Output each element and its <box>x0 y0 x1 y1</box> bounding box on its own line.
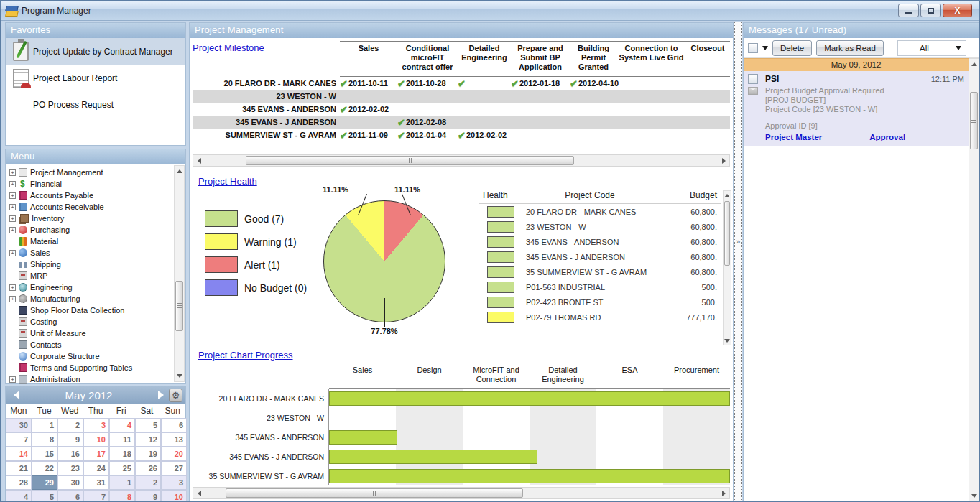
expand-plus-icon[interactable]: + <box>9 169 16 176</box>
calendar-day[interactable]: 23 <box>57 461 83 475</box>
expand-plus-icon[interactable]: + <box>9 227 16 233</box>
calendar-day[interactable]: 3 <box>161 475 187 490</box>
scroll-track[interactable] <box>205 155 718 166</box>
favorites-item[interactable]: PO Process Request <box>6 91 185 118</box>
project-health-link[interactable]: Project Health <box>198 176 257 187</box>
scroll-thumb[interactable] <box>970 92 978 149</box>
calendar-settings-gear-icon[interactable]: ⚙ <box>169 389 182 402</box>
scroll-left-arrow[interactable] <box>193 488 205 498</box>
calendar-day[interactable]: 14 <box>6 447 32 461</box>
calendar-day[interactable]: 26 <box>135 461 161 475</box>
calendar-day[interactable]: 11 <box>109 432 135 447</box>
calendar-day[interactable]: 22 <box>32 461 57 475</box>
calendar-day[interactable]: 6 <box>161 418 187 432</box>
menu-scrollbar[interactable] <box>174 165 185 382</box>
expand-plus-icon[interactable]: + <box>9 204 16 210</box>
panel-splitter[interactable]: » <box>734 22 742 502</box>
menu-item[interactable]: Unit of Measure <box>9 327 174 339</box>
close-button[interactable]: X <box>943 4 972 17</box>
menu-item[interactable]: +Manufacturing <box>9 293 174 305</box>
menu-item[interactable]: +Inventory <box>9 213 174 224</box>
calendar-day[interactable]: 10 <box>83 432 109 447</box>
calendar-day[interactable]: 4 <box>6 490 32 502</box>
expand-plus-icon[interactable]: + <box>9 284 16 291</box>
scroll-up-arrow[interactable] <box>724 191 731 200</box>
scroll-thumb[interactable] <box>226 488 523 498</box>
calendar-day[interactable]: 3 <box>83 418 109 432</box>
scroll-left-arrow[interactable] <box>193 155 205 166</box>
delete-button[interactable]: Delete <box>772 40 812 56</box>
calendar-day[interactable]: 20 <box>161 447 187 461</box>
scroll-down-arrow[interactable] <box>724 336 731 345</box>
calendar-day[interactable]: 17 <box>83 447 109 461</box>
scroll-right-arrow[interactable] <box>718 155 729 166</box>
calendar-day[interactable]: 1 <box>109 475 135 490</box>
approval-link[interactable]: Approval <box>869 133 905 141</box>
menu-item[interactable]: +Accounts Receivable <box>9 201 174 213</box>
menu-item[interactable]: Terms and Supporting Tables <box>9 362 174 373</box>
expand-plus-icon[interactable]: + <box>9 296 16 302</box>
menu-item[interactable]: +Project Management <box>9 167 174 178</box>
calendar-day[interactable]: 18 <box>109 447 135 461</box>
expand-plus-icon[interactable]: + <box>9 250 16 256</box>
expand-plus-icon[interactable]: + <box>9 181 16 187</box>
calendar-day[interactable]: 9 <box>57 432 83 447</box>
calendar-day[interactable]: 2 <box>135 475 161 490</box>
mark-as-read-button[interactable]: Mark as Read <box>816 40 884 56</box>
scroll-thumb[interactable] <box>175 281 183 331</box>
message-checkbox[interactable] <box>748 74 758 84</box>
menu-item[interactable]: +Engineering <box>9 282 174 293</box>
scroll-track[interactable] <box>205 488 718 498</box>
calendar-day[interactable]: 2 <box>57 418 83 432</box>
calendar-day[interactable]: 21 <box>6 461 32 475</box>
calendar-day[interactable]: 30 <box>6 418 32 432</box>
calendar-day[interactable]: 5 <box>32 490 57 502</box>
select-all-checkbox[interactable] <box>748 43 758 53</box>
calendar-day[interactable]: 27 <box>161 461 187 475</box>
filter-dropdown[interactable]: All <box>897 40 966 56</box>
expand-plus-icon[interactable]: + <box>9 192 16 199</box>
menu-item[interactable]: +Purchasing <box>9 224 174 236</box>
calendar-day[interactable]: 8 <box>109 490 135 502</box>
scroll-right-arrow[interactable] <box>718 488 729 498</box>
scroll-thumb[interactable] <box>724 201 730 266</box>
menu-item[interactable]: Shipping <box>9 259 174 270</box>
calendar-day[interactable]: 7 <box>6 432 32 447</box>
calendar-day[interactable]: 7 <box>83 490 109 502</box>
menu-item[interactable]: Contacts <box>9 339 174 350</box>
calendar-day[interactable]: 31 <box>83 475 109 490</box>
calendar-day[interactable]: 9 <box>135 490 161 502</box>
calendar-day[interactable]: 10 <box>161 490 187 502</box>
favorites-item[interactable]: Project Update by Contract Manager <box>6 38 185 65</box>
scroll-down-arrow[interactable] <box>969 491 979 501</box>
menu-item[interactable]: +Financial <box>9 178 174 190</box>
calendar-day[interactable]: 13 <box>161 432 187 447</box>
expand-plus-icon[interactable]: + <box>9 215 16 222</box>
messages-scrollbar[interactable] <box>969 58 979 502</box>
menu-item[interactable]: MRP <box>9 270 174 282</box>
favorites-item[interactable]: Project Labour Report <box>6 65 185 91</box>
project-chart-progress-link[interactable]: Project Chart Progress <box>198 350 293 361</box>
calendar-day[interactable]: 6 <box>57 490 83 502</box>
calendar-day[interactable]: 12 <box>135 432 161 447</box>
calendar-day[interactable]: 5 <box>135 418 161 432</box>
scroll-up-arrow[interactable] <box>175 166 184 177</box>
maximize-button[interactable] <box>920 4 941 17</box>
calendar-day[interactable]: 28 <box>6 475 32 490</box>
calendar-day[interactable]: 4 <box>109 418 135 432</box>
calendar-day[interactable]: 15 <box>32 447 57 461</box>
calendar-day[interactable]: 8 <box>32 432 57 447</box>
select-dropdown-arrow-icon[interactable] <box>762 46 768 50</box>
project-master-link[interactable]: Project Master <box>765 133 822 141</box>
calendar-day[interactable]: 19 <box>135 447 161 461</box>
menu-item[interactable]: Shop Floor Data Collection <box>9 305 174 316</box>
expand-plus-icon[interactable]: + <box>9 376 16 383</box>
calendar-next-button[interactable] <box>153 391 169 399</box>
calendar-day[interactable]: 25 <box>109 461 135 475</box>
menu-item[interactable]: Corporate Structure <box>9 350 174 362</box>
calendar-day[interactable]: 16 <box>57 447 83 461</box>
minimize-button[interactable] <box>898 4 919 17</box>
progress-hscrollbar[interactable] <box>193 487 730 499</box>
scroll-thumb[interactable] <box>246 156 574 165</box>
milestone-hscrollbar[interactable] <box>193 154 730 167</box>
